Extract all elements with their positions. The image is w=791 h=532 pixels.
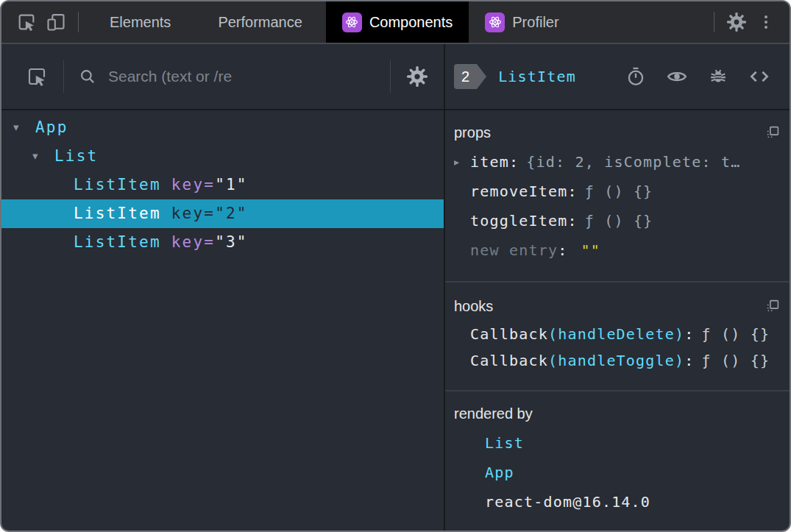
key-attribute: key="2" [171,199,248,228]
expand-twisty-icon[interactable]: ▾ [13,113,35,142]
kebab-menu-icon [757,13,775,31]
view-source-button[interactable] [748,65,770,88]
inspect-element-button[interactable] [12,7,41,37]
tab-performance[interactable]: Performance [194,1,326,43]
badge-count: 2 [454,64,477,89]
expand-twisty-icon[interactable]: ▾ [32,142,54,171]
inspect-icon [16,12,37,32]
component-tree: ▾ App ▾ List ListItem key="1" ListItem k… [1,110,444,531]
copy-props-button[interactable] [765,126,779,140]
rendered-by-section: rendered by List App react-dom@16.14.0 [445,391,790,531]
tab-label: Elements [110,14,171,31]
hook-type: Callback [470,347,548,374]
log-to-console-button[interactable] [707,65,729,88]
view-source-icon [748,65,770,88]
search-box [77,66,377,87]
renderer-version: react-dom@16.14.0 [485,493,650,511]
component-name: ListItem [74,171,161,199]
prop-row-removeitem[interactable]: removeItem: ƒ () {} [454,177,779,206]
toolbar-divider [390,60,391,93]
key-attribute: key="3" [171,228,248,257]
tree-row-list[interactable]: ▾ List [1,142,444,171]
stopwatch-icon [625,66,646,87]
components-panel: ▾ App ▾ List ListItem key="1" ListItem k… [1,44,790,531]
tab-label: Performance [218,14,302,31]
inspected-element-pane: 2 ListItem [445,44,790,531]
component-name: ListItem [74,228,161,257]
devtools-settings-button[interactable] [722,7,751,37]
devtools-window: Elements Performance Components [0,0,791,532]
hook-name: (handleDelete) [548,321,684,347]
device-toolbar-button[interactable] [41,7,71,37]
tree-pane: ▾ App ▾ List ListItem key="1" ListItem k… [1,44,445,531]
props-heading: props [454,124,491,141]
tab-profiler[interactable]: Profiler [469,1,575,43]
key-attribute: key="1" [171,171,248,199]
hooks-section: hooks Callback(handleDelete): ƒ () {} [445,283,790,391]
rendered-by-heading: rendered by [454,405,533,422]
settings-gear-icon [406,65,428,88]
hook-row-handledelete[interactable]: Callback(handleDelete): ƒ () {} [454,321,779,347]
prop-row-new-entry[interactable]: new entry: "" [454,235,779,265]
rendered-by-item: react-dom@16.14.0 [454,487,779,517]
search-icon [77,66,98,87]
copy-icon [765,126,779,140]
eye-icon [666,65,688,88]
hook-row-handletoggle[interactable]: Callback(handleToggle): ƒ () {} [454,347,779,374]
tabbar-divider [714,12,714,32]
prop-name: item [470,147,509,177]
components-settings-button[interactable] [404,63,430,90]
new-entry-value-input[interactable]: "" [581,235,600,265]
inspect-icon [26,65,48,88]
copy-icon [765,299,779,313]
prop-value: {id: 2, isComplete: t… [526,147,740,177]
prop-value: ƒ () {} [585,206,653,235]
inspected-element-header: 2 ListItem [445,44,790,110]
suspend-toggle-button[interactable] [625,65,647,88]
badge-arrow [477,64,486,89]
hook-value: ƒ () {} [702,347,770,374]
tab-components[interactable]: Components [326,1,469,43]
props-section: props ▸ item: {id: 2, isComplete: t… [445,110,790,283]
tree-row-app[interactable]: ▾ App [1,113,444,142]
owner-link-list[interactable]: List [485,434,524,452]
device-toolbar-icon [46,12,66,32]
tabbar-divider [78,12,79,32]
copy-hooks-button[interactable] [765,299,779,313]
react-logo-icon [485,13,505,32]
inspect-dom-button[interactable] [666,65,688,88]
owners-count-badge: 2 [454,64,486,89]
selected-component-title: ListItem [498,68,625,85]
hooks-heading: hooks [454,298,493,315]
hook-name: (handleToggle) [548,347,684,374]
prop-name: removeItem [470,177,567,206]
select-element-button[interactable] [24,63,50,90]
component-name: ListItem [74,199,161,228]
toolbar-divider [63,60,64,93]
tab-label: Profiler [512,14,558,31]
header-action-icons [625,65,770,88]
tree-row-listitem-2-selected[interactable]: ListItem key="2" [1,199,444,228]
settings-gear-icon [726,12,747,32]
tabbar-right-controls [706,7,790,37]
search-input[interactable] [108,68,377,85]
prop-row-toggleitem[interactable]: toggleItem: ƒ () {} [454,206,779,235]
tree-row-listitem-1[interactable]: ListItem key="1" [1,171,444,199]
expand-twisty-icon[interactable]: ▸ [454,147,470,177]
hook-type: Callback [470,321,548,347]
tab-elements[interactable]: Elements [86,1,194,43]
react-logo-icon [342,13,362,32]
prop-row-item[interactable]: ▸ item: {id: 2, isComplete: t… [454,147,779,177]
devtools-menu-button[interactable] [751,7,781,37]
prop-name: toggleItem [470,206,567,235]
tree-row-listitem-3[interactable]: ListItem key="3" [1,228,444,257]
new-entry-name-input[interactable]: new entry [470,235,558,265]
component-name: App [35,113,68,142]
rendered-by-item: App [454,458,779,487]
tab-label: Components [369,14,453,31]
owner-link-app[interactable]: App [485,464,514,481]
devtools-tabbar: Elements Performance Components [1,1,790,44]
prop-value: ƒ () {} [585,177,653,206]
rendered-by-item: List [454,428,779,458]
bug-icon [708,66,728,87]
